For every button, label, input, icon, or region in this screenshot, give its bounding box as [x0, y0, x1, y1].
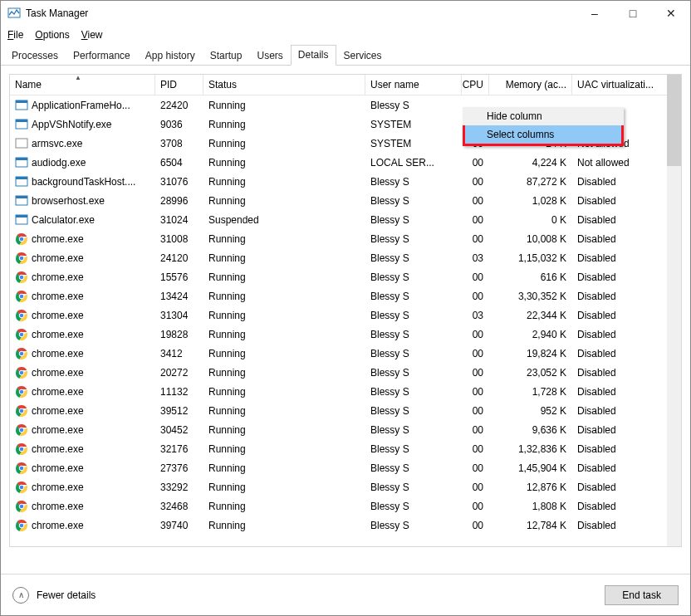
svg-rect-4	[16, 120, 27, 122]
process-status: Suspended	[203, 210, 365, 229]
table-row[interactable]: audiodg.exe6504RunningLOCAL SER...004,22…	[10, 153, 681, 172]
tab-users[interactable]: Users	[249, 46, 290, 66]
process-status: Running	[203, 134, 365, 153]
process-status: Running	[203, 401, 365, 420]
process-cpu: 00	[462, 267, 489, 286]
table-row[interactable]: chrome.exe31008RunningBlessy S0010,008 K…	[10, 229, 681, 248]
process-pid: 3412	[155, 344, 203, 363]
table-row[interactable]: Calculator.exe31024SuspendedBlessy S000 …	[10, 210, 681, 229]
menu-bar: File Options View	[1, 26, 690, 44]
svg-point-41	[19, 485, 24, 490]
process-uac: Disabled	[572, 286, 670, 306]
process-cpu: 00	[462, 191, 489, 210]
tab-services[interactable]: Services	[336, 46, 390, 66]
svg-point-17	[19, 256, 24, 261]
svg-point-31	[19, 389, 24, 394]
table-row[interactable]: chrome.exe33292RunningBlessy S0012,876 K…	[10, 477, 681, 496]
process-mem: 3,30,352 K	[489, 286, 572, 306]
process-uac: Disabled	[572, 458, 670, 477]
process-pid: 27376	[155, 458, 203, 477]
win-icon	[15, 213, 28, 227]
process-cpu: 00	[462, 363, 489, 382]
col-user[interactable]: User name	[365, 75, 462, 95]
process-user: Blessy S	[365, 439, 462, 458]
maximize-button[interactable]: □	[614, 1, 652, 26]
table-row[interactable]: chrome.exe39512RunningBlessy S00952 KDis…	[10, 401, 681, 420]
blank-icon	[15, 137, 28, 150]
process-name: chrome.exe	[32, 443, 84, 455]
col-pid[interactable]: PID	[155, 75, 203, 95]
process-user: Blessy S	[365, 172, 462, 191]
table-row[interactable]: chrome.exe24120RunningBlessy S031,15,032…	[10, 248, 681, 267]
process-mem: 4,224 K	[489, 153, 572, 172]
process-pid: 31008	[155, 229, 203, 248]
table-row[interactable]: chrome.exe30452RunningBlessy S009,636 KD…	[10, 420, 681, 439]
process-user: Blessy S	[365, 382, 462, 401]
table-row[interactable]: chrome.exe13424RunningBlessy S003,30,352…	[10, 286, 681, 306]
process-name: chrome.exe	[32, 271, 84, 283]
process-pid: 30452	[155, 420, 203, 439]
table-row[interactable]: chrome.exe32468RunningBlessy S001,808 KD…	[10, 496, 681, 516]
process-uac: Disabled	[572, 363, 670, 382]
menu-options[interactable]: Options	[35, 29, 69, 41]
scrollbar[interactable]	[667, 75, 681, 546]
table-row[interactable]: chrome.exe39740RunningBlessy S0012,784 K…	[10, 516, 681, 535]
table-row[interactable]: chrome.exe15576RunningBlessy S00616 KDis…	[10, 267, 681, 286]
ctx-select-columns[interactable]: Select columns	[465, 125, 621, 144]
menu-file[interactable]: File	[7, 29, 23, 41]
process-status: Running	[203, 496, 365, 516]
table-row[interactable]: chrome.exe31304RunningBlessy S0322,344 K…	[10, 306, 681, 325]
process-pid: 31304	[155, 306, 203, 325]
col-status[interactable]: Status	[203, 75, 365, 95]
fewer-details-label: Fewer details	[37, 589, 96, 601]
minimize-button[interactable]: –	[576, 1, 614, 26]
col-name[interactable]: Name▲	[10, 75, 155, 95]
process-pid: 28996	[155, 191, 203, 210]
process-name: chrome.exe	[32, 310, 84, 321]
process-status: Running	[203, 172, 365, 191]
end-task-button[interactable]: End task	[605, 585, 679, 605]
process-mem: 87,272 K	[489, 172, 572, 191]
process-cpu: 03	[462, 248, 489, 267]
process-pid: 33292	[155, 477, 203, 496]
process-uac: Disabled	[572, 496, 670, 516]
col-mem[interactable]: Memory (ac...	[489, 75, 572, 95]
win-icon	[15, 156, 28, 169]
table-row[interactable]: chrome.exe3412RunningBlessy S0019,824 KD…	[10, 344, 681, 363]
process-user: LOCAL SER...	[365, 153, 462, 172]
table-row[interactable]: chrome.exe11132RunningBlessy S001,728 KD…	[10, 382, 681, 401]
table-row[interactable]: chrome.exe32176RunningBlessy S001,32,836…	[10, 439, 681, 458]
process-user: SYSTEM	[365, 115, 462, 134]
process-rows: ApplicationFrameHo...22420RunningBlessy …	[10, 95, 681, 546]
process-pid: 39740	[155, 516, 203, 535]
table-row[interactable]: chrome.exe19828RunningBlessy S002,940 KD…	[10, 325, 681, 344]
process-status: Running	[203, 325, 365, 344]
table-row[interactable]: backgroundTaskHost....31076RunningBlessy…	[10, 172, 681, 191]
process-cpu: 00	[462, 458, 489, 477]
chrome-icon	[15, 271, 28, 284]
tab-performance[interactable]: Performance	[66, 46, 138, 66]
process-cpu: 00	[462, 477, 489, 496]
app-icon	[7, 7, 21, 20]
menu-view[interactable]: View	[81, 29, 103, 41]
col-uac[interactable]: UAC virtualizati...	[572, 75, 670, 95]
table-row[interactable]: browserhost.exe28996RunningBlessy S001,0…	[10, 191, 681, 210]
tab-app-history[interactable]: App history	[138, 46, 203, 66]
process-status: Running	[203, 191, 365, 210]
tab-startup[interactable]: Startup	[203, 46, 250, 66]
fewer-details-button[interactable]: ∧ Fewer details	[12, 587, 96, 604]
scrollbar-thumb[interactable]	[667, 75, 681, 166]
svg-point-45	[19, 523, 24, 528]
tab-details[interactable]: Details	[291, 45, 336, 66]
tab-processes[interactable]: Processes	[4, 46, 66, 66]
process-name: chrome.exe	[32, 386, 84, 398]
process-mem: 1,728 K	[489, 382, 572, 401]
close-button[interactable]: ✕	[652, 1, 690, 26]
table-row[interactable]: chrome.exe27376RunningBlessy S001,45,904…	[10, 458, 681, 477]
col-cpu[interactable]: CPU	[462, 75, 489, 95]
table-row[interactable]: chrome.exe20272RunningBlessy S0023,052 K…	[10, 363, 681, 382]
process-status: Running	[203, 229, 365, 248]
process-name: chrome.exe	[32, 520, 84, 531]
process-uac: Disabled	[572, 401, 670, 420]
ctx-hide-column[interactable]: Hide column	[463, 107, 624, 125]
